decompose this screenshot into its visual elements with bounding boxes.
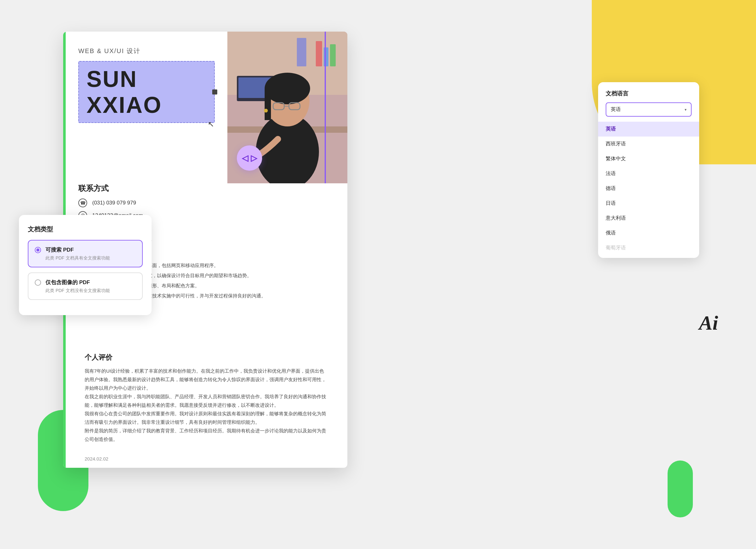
doc-type-card: 文档类型 可搜索 PDF 此类 PDF 文档具有全文搜索功能 仅包含图像的 PD… <box>19 215 152 315</box>
doc-lang-title: 文档语言 <box>598 90 699 102</box>
phone-icon: ☎ <box>78 198 87 207</box>
ai-badge-area: Ai <box>699 311 718 335</box>
lang-option-italian[interactable]: 意大利语 <box>598 211 699 226</box>
doc-option-image-content: 仅包含图像的 PDF 此类 PDF 文档没有全文搜索功能 <box>45 279 110 294</box>
lang-option-english[interactable]: 英语 <box>598 122 699 136</box>
doc-option-image-label: 仅包含图像的 PDF <box>45 279 110 286</box>
resume-name-box[interactable]: SUN XXIAO ↖ <box>78 61 215 123</box>
nav-arrow-label: ◁ ▷ <box>242 153 257 163</box>
lang-option-russian[interactable]: 俄语 <box>598 226 699 240</box>
lang-option-traditional-chinese[interactable]: 繁体中文 <box>598 151 699 166</box>
svg-rect-2 <box>316 41 322 66</box>
purple-divider-line <box>325 32 326 183</box>
eval-text: 我有7年的UI设计经验，积累了丰富的技术和创作能力。在我之前的工作中，我负责设计… <box>85 367 328 443</box>
bg-green-right <box>668 461 693 517</box>
lang-option-french[interactable]: 法语 <box>598 166 699 181</box>
cursor-icon: ↖ <box>208 120 214 129</box>
doc-lang-select[interactable]: 英语 ▾ <box>606 102 692 117</box>
doc-option-searchable-desc: 此类 PDF 文档具有全文搜索功能 <box>45 255 110 261</box>
doc-radio-filled <box>36 248 39 251</box>
svg-point-16 <box>264 109 268 112</box>
resume-date: 2024.02.02 <box>66 450 347 468</box>
doc-option-searchable-label: 可搜索 PDF <box>45 246 110 253</box>
eval-title: 个人评价 <box>85 353 328 362</box>
doc-type-title: 文档类型 <box>28 225 143 233</box>
ai-badge-text: Ai <box>699 312 718 334</box>
lang-option-german[interactable]: 德语 <box>598 181 699 196</box>
lang-option-portuguese[interactable]: 葡萄牙语 <box>598 240 699 255</box>
doc-type-option-searchable[interactable]: 可搜索 PDF 此类 PDF 文档具有全文搜索功能 <box>28 240 143 267</box>
nav-arrow-button[interactable]: ◁ ▷ <box>237 145 262 171</box>
contact-phone-text: (031) 039 079 979 <box>92 200 136 206</box>
name-resize-handle[interactable] <box>212 89 217 94</box>
doc-option-image-desc: 此类 PDF 文档没有全文搜索功能 <box>45 288 110 294</box>
lang-option-japanese[interactable]: 日语 <box>598 196 699 211</box>
doc-lang-card: 文档语言 英语 ▾ 英语 西班牙语 繁体中文 法语 德语 日语 意大利语 俄语 … <box>598 82 699 258</box>
lang-option-spanish[interactable]: 西班牙语 <box>598 136 699 151</box>
resume-subtitle: WEB & UX/UI 设计 <box>78 47 215 55</box>
eval-section: 个人评价 我有7年的UI设计经验，积累了丰富的技术和创作能力。在我之前的工作中，… <box>66 353 347 450</box>
contact-phone: ☎ (031) 039 079 979 <box>78 198 335 207</box>
doc-type-option-image[interactable]: 仅包含图像的 PDF 此类 PDF 文档没有全文搜索功能 <box>28 272 143 300</box>
doc-option-searchable-content: 可搜索 PDF 此类 PDF 文档具有全文搜索功能 <box>45 246 110 261</box>
svg-point-11 <box>265 73 310 104</box>
svg-rect-5 <box>297 38 306 66</box>
contact-title: 联系方式 <box>78 183 335 193</box>
lang-options-list: 英语 西班牙语 繁体中文 法语 德语 日语 意大利语 俄语 葡萄牙语 <box>598 122 699 255</box>
resume-header-text: WEB & UX/UI 设计 SUN XXIAO ↖ <box>66 32 227 183</box>
doc-radio-image[interactable] <box>35 280 41 286</box>
chevron-down-icon: ▾ <box>685 107 687 112</box>
doc-radio-searchable[interactable] <box>35 247 41 253</box>
resume-name: SUN XXIAO <box>87 66 207 118</box>
resume-top-section: WEB & UX/UI 设计 SUN XXIAO ↖ <box>66 32 347 183</box>
svg-rect-12 <box>265 88 271 120</box>
svg-rect-4 <box>330 44 336 66</box>
doc-lang-selected-value: 英语 <box>611 106 621 113</box>
